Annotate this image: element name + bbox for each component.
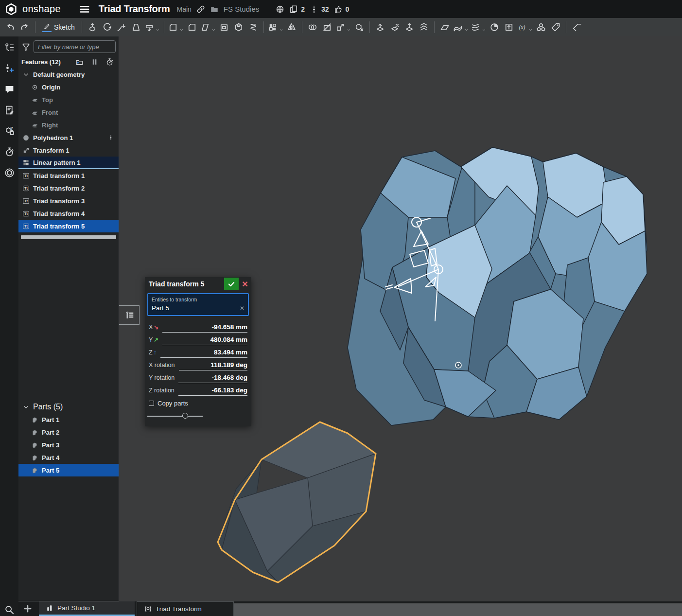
sheet-metal-button[interactable] [502, 19, 516, 35]
split-button[interactable] [320, 19, 334, 35]
branch-name[interactable]: Main [177, 5, 192, 13]
chevron-down-icon[interactable] [22, 71, 30, 78]
delete-part-button[interactable] [352, 19, 367, 35]
variable-button[interactable]: (x) [516, 19, 534, 35]
offset-surface-button[interactable] [417, 19, 431, 35]
custom-feature-button[interactable] [534, 19, 548, 35]
redo-button[interactable] [17, 19, 32, 35]
feature-row-transform-1[interactable]: Transform 1 [18, 144, 119, 157]
field-value[interactable]: -94.658 mm [162, 323, 247, 333]
thread-button[interactable] [246, 19, 261, 35]
linear-pattern-button[interactable] [267, 19, 284, 35]
field-value[interactable]: -18.468 deg [178, 374, 247, 383]
part-row-part-4[interactable]: Part 4 [18, 451, 119, 464]
tag-button[interactable] [548, 19, 563, 35]
feature-row-triad-transform-5[interactable]: TtTriad transform 5 [18, 220, 119, 232]
filter-input[interactable] [34, 40, 116, 53]
plane-button[interactable] [437, 19, 452, 35]
field-value[interactable]: 480.084 mm [162, 336, 247, 345]
regen-time-icon[interactable] [105, 58, 114, 66]
entities-to-transform-field[interactable]: Entities to transform Part 5 ✕ [147, 293, 249, 316]
comments-icon[interactable] [4, 84, 15, 94]
feature-row-polyhedron-1[interactable]: Polyhedron 1 [18, 131, 119, 144]
search-tabs-icon[interactable] [4, 604, 15, 615]
filter-icon[interactable] [21, 42, 31, 52]
feature-row-triad-transform-1[interactable]: TtTriad transform 1 [18, 169, 119, 182]
part-row-part-2[interactable]: Part 2 [18, 426, 119, 439]
tab-scrollbar[interactable] [234, 603, 682, 616]
chevron-down-icon[interactable] [464, 25, 469, 30]
chamfer-button[interactable] [185, 19, 199, 35]
overflow-button[interactable] [569, 19, 584, 35]
feature-row-triad-transform-3[interactable]: TtTriad transform 3 [18, 194, 119, 207]
hole-button[interactable] [231, 19, 246, 35]
feature-list-icon[interactable] [4, 42, 15, 53]
feature-row-front[interactable]: Front [18, 106, 119, 119]
share-globe-icon[interactable] [276, 5, 284, 14]
learning-center-icon[interactable]: ? [4, 126, 15, 136]
add-folder-icon[interactable] [75, 58, 84, 66]
thicken-button[interactable] [143, 19, 161, 35]
versions-icon[interactable] [310, 5, 318, 14]
feature-row-top[interactable]: Top [18, 93, 119, 106]
slider-thumb[interactable] [182, 413, 188, 419]
sweep-button[interactable] [114, 19, 129, 35]
replace-face-button[interactable] [402, 19, 417, 35]
fillet-button[interactable] [167, 19, 185, 35]
tab-part-studio-1[interactable]: Part Studio 1 [39, 601, 135, 616]
history-icon[interactable] [4, 147, 15, 157]
chevron-down-icon[interactable] [279, 25, 283, 30]
part-row-part-5[interactable]: Part 5 [18, 464, 119, 476]
field-value[interactable]: -66.183 deg [178, 387, 247, 396]
polyhedron-cluster[interactable] [348, 147, 647, 425]
chevron-down-icon[interactable] [528, 25, 533, 30]
feature-list-flyout-handle[interactable] [119, 305, 140, 325]
tab-triad-transform[interactable]: Triad Transform [137, 601, 234, 616]
field-value[interactable]: 118.189 deg [179, 361, 247, 370]
cancel-button[interactable]: ✕ [239, 278, 251, 290]
help-icon[interactable] [4, 168, 15, 178]
link-icon[interactable] [196, 5, 205, 14]
part5-original[interactable] [218, 422, 376, 582]
fill-surface-button[interactable] [487, 19, 502, 35]
rollback-bar[interactable] [21, 235, 116, 239]
undo-button[interactable] [3, 19, 17, 35]
copy-parts-checkbox-row[interactable]: Copy parts [145, 396, 251, 408]
feature-row-origin[interactable]: Origin [18, 81, 119, 93]
notes-icon[interactable] [4, 105, 15, 115]
delete-face-button[interactable] [387, 19, 402, 35]
mate-connector-marker[interactable] [455, 362, 461, 368]
shell-button[interactable] [217, 19, 231, 35]
remove-entity-icon[interactable]: ✕ [240, 305, 245, 312]
slider-track[interactable] [147, 416, 203, 417]
move-face-button[interactable] [373, 19, 387, 35]
hamburger-menu-icon[interactable] [79, 4, 90, 15]
surface-button[interactable] [452, 19, 470, 35]
feature-menu-dots-icon[interactable] [108, 133, 114, 142]
copies-icon[interactable] [289, 5, 298, 14]
part-row-part-3[interactable]: Part 3 [18, 439, 119, 451]
copy-parts-checkbox[interactable] [149, 401, 154, 406]
loft-button[interactable] [129, 19, 143, 35]
add-tab-button[interactable] [23, 604, 33, 614]
feature-row-default-geometry[interactable]: Default geometry [18, 68, 119, 81]
field-value[interactable]: 83.494 mm [160, 349, 247, 358]
transform-button[interactable] [334, 19, 352, 35]
feature-row-triad-transform-2[interactable]: TtTriad transform 2 [18, 182, 119, 194]
part-row-part-1[interactable]: Part 1 [18, 413, 119, 426]
chevron-down-icon[interactable] [156, 25, 160, 30]
suspend-rebuild-icon[interactable] [90, 58, 99, 66]
helix-button[interactable] [470, 19, 487, 35]
insert-version-icon[interactable] [4, 63, 15, 73]
draft-button[interactable] [199, 19, 217, 35]
project-name[interactable]: FS Studies [224, 5, 259, 13]
chevron-down-icon[interactable] [211, 25, 216, 30]
boolean-button[interactable] [305, 19, 320, 35]
chevron-down-icon[interactable] [482, 25, 486, 30]
revolve-button[interactable] [100, 19, 114, 35]
feature-row-right[interactable]: Right [18, 119, 119, 131]
chevron-down-icon[interactable] [179, 25, 184, 30]
like-icon[interactable] [334, 5, 343, 14]
extrude-button[interactable] [85, 19, 100, 35]
feature-row-linear-pattern-1[interactable]: Linear pattern 1 [18, 157, 119, 169]
